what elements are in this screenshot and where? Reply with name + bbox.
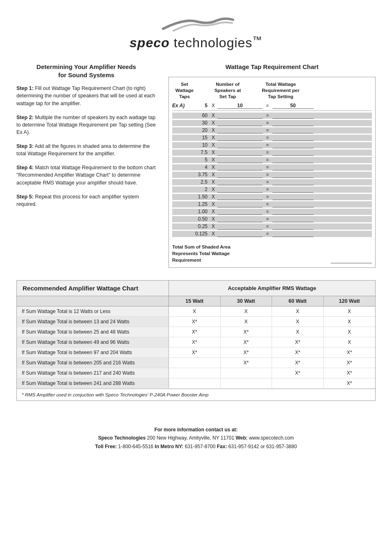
- speakers-field: [217, 179, 263, 185]
- ex-label: Ex A): [172, 103, 195, 108]
- speakers-field: [217, 216, 263, 222]
- amp-30w: X*: [221, 358, 272, 368]
- col-30w: 30 Watt: [221, 296, 272, 306]
- chart-row-6: 5 X =: [172, 157, 372, 163]
- speakers-field: [217, 164, 263, 170]
- eq-sym: =: [263, 223, 272, 229]
- result-field: [272, 150, 314, 156]
- amp-60w: X: [272, 317, 324, 327]
- watt-val: 2: [195, 187, 209, 192]
- watt-val: 20: [195, 127, 209, 133]
- eq-sym: =: [263, 120, 272, 126]
- amp-15w: [169, 358, 221, 368]
- result-field: [272, 201, 314, 207]
- footer: For more information contact us at: Spec…: [16, 426, 376, 451]
- amp-chart-title: Recommended Amplifier Wattage Chart: [17, 281, 169, 296]
- amp-condition: If Sum Wattage Total is between 241 and …: [17, 378, 169, 388]
- amp-60w: X: [272, 306, 324, 316]
- amp-condition: If Sum Wattage Total is between 97 and 2…: [17, 348, 169, 357]
- amp-chart: Recommended Amplifier Wattage Chart Acce…: [16, 280, 376, 401]
- speakers-field: [217, 223, 263, 230]
- chart-row-10: 2 X =: [172, 187, 372, 193]
- chart-row-0: 60 X =: [172, 113, 372, 119]
- chart-rows: 60 X = 30 X = 20 X = 15 X =: [172, 113, 372, 237]
- amp-120w: X*: [324, 378, 376, 388]
- result-field: [272, 135, 314, 141]
- amp-30w: X*: [221, 327, 272, 337]
- eq-sym: =: [263, 127, 272, 133]
- speakers-field: [217, 201, 263, 207]
- watt-val: 10: [195, 142, 209, 148]
- logo-text: speco technologies™: [16, 35, 376, 51]
- amp-120w: X: [324, 306, 376, 316]
- amp-footnote: * RMS Amplifier used in conjuction with …: [17, 389, 375, 401]
- steps-list: Step 1: Fill out Wattage Tap Requirement…: [16, 85, 156, 208]
- logo-speco: speco: [129, 35, 169, 50]
- chart-row-1: 30 X =: [172, 120, 372, 126]
- speakers-field: [217, 113, 263, 119]
- x-sym: X: [209, 164, 217, 170]
- chart-row-7: 4 X =: [172, 164, 372, 170]
- amp-60w: X: [272, 327, 324, 337]
- step-5: Step 5: Repeat this process for each amp…: [16, 193, 156, 208]
- logo-trademark: ™: [252, 35, 262, 45]
- watt-val: 1.50: [195, 194, 209, 200]
- result-field: [272, 187, 314, 193]
- eq-sym: =: [263, 135, 272, 140]
- watt-val: 60: [195, 113, 209, 118]
- chart-row-15: 0.25 X =: [172, 223, 372, 230]
- result-field: [272, 179, 314, 185]
- amp-row-7: If Sum Wattage Total is between 241 and …: [17, 378, 375, 389]
- chart-row-2: 20 X =: [172, 127, 372, 134]
- logo-swoosh: [16, 16, 376, 33]
- chart-total-note: Total Sum of Shaded Area Represents Tota…: [172, 244, 231, 263]
- watt-val: 0.125: [195, 231, 209, 237]
- eq-sym: =: [263, 216, 272, 222]
- amp-60w: [272, 378, 324, 388]
- amp-condition: If Sum Wattage Total is between 217 and …: [17, 368, 169, 378]
- col-total-header: Total WattageRequirement perTap Setting: [260, 81, 301, 100]
- eq-sym: =: [263, 194, 272, 200]
- chart-row-4: 10 X =: [172, 142, 372, 148]
- result-field: [272, 194, 314, 200]
- chart-row-16: 0.125 X =: [172, 231, 372, 237]
- amp-row-6: If Sum Wattage Total is between 217 and …: [17, 368, 375, 378]
- col-15w: 15 Watt: [169, 296, 221, 306]
- amp-row-1: If Sum Wattage Total is between 13 and 2…: [17, 317, 375, 327]
- eq-sym: =: [263, 179, 272, 185]
- speakers-field: [217, 120, 263, 126]
- speakers-field: [217, 127, 263, 134]
- amp-row-3: If Sum Wattage Total is between 49 and 9…: [17, 337, 375, 348]
- chart-row-3: 15 X =: [172, 135, 372, 141]
- x-sym: X: [209, 231, 217, 237]
- ex-eq: =: [263, 103, 272, 108]
- x-sym: X: [209, 187, 217, 192]
- amp-row-4: If Sum Wattage Total is between 97 and 2…: [17, 348, 375, 358]
- speakers-field: [217, 135, 263, 141]
- result-field: [272, 164, 314, 170]
- amp-120w: X: [324, 317, 376, 327]
- ex-watt: 5: [195, 103, 209, 108]
- x-sym: X: [209, 135, 217, 140]
- watt-val: 2.5: [195, 179, 209, 185]
- step-4: Step 4: Match total Wattage Requirement …: [16, 164, 156, 186]
- amp-120w: X*: [324, 368, 376, 378]
- eq-sym: =: [263, 150, 272, 155]
- speakers-field: [217, 194, 263, 200]
- amp-row-2: If Sum Wattage Total is between 25 and 4…: [17, 327, 375, 337]
- chart-row-14: 0.50 X =: [172, 216, 372, 222]
- amp-condition: If Sum Wattage Total is between 205 and …: [17, 358, 169, 368]
- amp-30w: X*: [221, 337, 272, 347]
- chart-row-11: 1.50 X =: [172, 194, 372, 200]
- speakers-field: [217, 150, 263, 156]
- speakers-field: [217, 187, 263, 193]
- col-60w: 60 Watt: [272, 296, 324, 306]
- step-1: Step 1: Fill out Wattage Tap Requirement…: [16, 85, 156, 107]
- speakers-field: [217, 172, 263, 178]
- result-field: [272, 209, 314, 215]
- logo-area: speco technologies™: [16, 8, 376, 63]
- amp-30w: X*: [221, 348, 272, 357]
- amp-row-5: If Sum Wattage Total is between 205 and …: [17, 358, 375, 368]
- x-sym: X: [209, 179, 217, 185]
- watt-val: 5: [195, 157, 209, 163]
